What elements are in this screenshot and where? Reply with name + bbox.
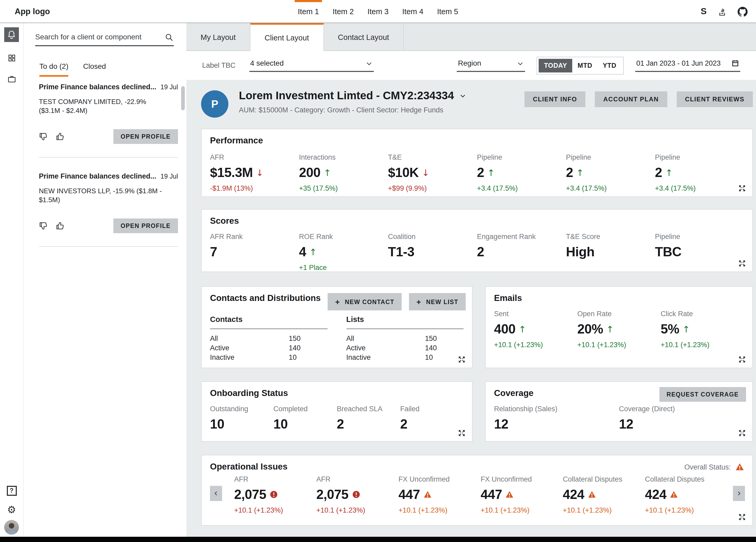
region-dropdown[interactable]: Region xyxy=(457,59,525,72)
range-ytd[interactable]: YTD xyxy=(597,59,622,72)
card-title: Onboarding Status xyxy=(210,388,288,398)
filter-dropdown[interactable]: 4 selected xyxy=(249,59,374,72)
metric-value: 200↑ xyxy=(299,165,388,180)
search-field xyxy=(35,29,174,46)
chevron-down-icon xyxy=(365,60,372,67)
row-label: Active xyxy=(346,344,425,353)
chevron-down-icon[interactable] xyxy=(459,92,466,99)
thumbs-down-icon[interactable] xyxy=(39,221,48,230)
tab-my-layout[interactable]: My Layout xyxy=(186,23,250,51)
carousel-prev-button[interactable] xyxy=(210,486,222,501)
table-row: Inactive10 xyxy=(346,353,464,362)
plus-icon: + xyxy=(335,297,340,306)
nav-item-5[interactable]: Item 5 xyxy=(437,0,458,23)
stackoverflow-icon[interactable] xyxy=(718,7,727,16)
contacts-groups: ContactsAll150Active140Inactive10ListsAl… xyxy=(210,315,464,362)
metric-collateral-disputes: Collateral Disputes424+10.1 (+1.23%) xyxy=(563,475,645,514)
bell-icon[interactable] xyxy=(4,27,19,42)
metric-engagement-rank: Engagement Rank2 xyxy=(477,233,566,272)
expand-icon[interactable] xyxy=(738,259,746,267)
search-input[interactable] xyxy=(35,29,164,45)
tab-contact-layout[interactable]: Contact Layout xyxy=(324,23,404,51)
notifications-panel: To do (2)Closed Prime Finance balances d… xyxy=(24,23,186,537)
metric-label: Collateral Disputes xyxy=(563,475,645,483)
client-info-button[interactable]: CLIENT INFO xyxy=(524,91,585,107)
account-plan-button[interactable]: ACCOUNT PLAN xyxy=(595,91,667,107)
metric-label: Sent xyxy=(494,310,577,318)
metric-delta: +10.1 (+1.23%) xyxy=(481,506,563,514)
s-logo-icon[interactable]: S xyxy=(701,6,707,17)
thumbs-up-icon[interactable] xyxy=(56,132,65,141)
expand-icon[interactable] xyxy=(738,429,746,437)
expand-icon[interactable] xyxy=(738,356,746,364)
carousel-next-button[interactable] xyxy=(733,486,745,501)
nav-item-4[interactable]: Item 4 xyxy=(402,0,423,23)
expand-icon[interactable] xyxy=(458,356,466,364)
metric-value: 2↑ xyxy=(566,165,655,180)
metric-interactions: Interactions200↑+35 (17.5%) xyxy=(299,153,388,192)
metric-value: 20%↑ xyxy=(577,322,660,337)
request-coverage-button[interactable]: REQUEST COVERAGE xyxy=(659,387,746,402)
tab-to-do-2[interactable]: To do (2) xyxy=(39,62,69,77)
scores-metrics: AFR Rank7ROE Rank4↑+1 PlaceCoalitionT1-3… xyxy=(210,233,744,272)
date-range-picker[interactable]: 01 Jan 2023 - 01 Jun 2023 xyxy=(635,59,740,72)
metric-label: AFR xyxy=(316,475,398,483)
coverage-metrics: Relationship (Sales)12Coverage (Direct)1… xyxy=(494,405,744,432)
github-icon[interactable] xyxy=(738,7,748,17)
metric-value: $10K↓ xyxy=(388,165,477,180)
briefcase-icon[interactable] xyxy=(4,71,19,86)
metric-label: Outstanding xyxy=(210,405,274,413)
metric-delta: +10.1 (+1.23%) xyxy=(661,341,744,349)
region-value: Region xyxy=(458,59,481,67)
metric-t-e: T&E$10K↓+$99 (9.9%) xyxy=(388,153,477,192)
expand-icon[interactable] xyxy=(738,184,746,192)
panel-scrollbar[interactable] xyxy=(181,86,185,110)
metric-collateral-disputes: Collateral Disputes424+10.1 (+1.23%) xyxy=(645,475,727,514)
metric-label: AFR Rank xyxy=(210,233,299,240)
metric-outstanding: Outstanding10 xyxy=(210,405,274,432)
metric-coverage-direct: Coverage (Direct)12 xyxy=(619,405,744,432)
arrow-up-icon: ↑ xyxy=(519,324,526,334)
open-profile-button[interactable]: OPEN PROFILE xyxy=(113,129,178,144)
metric-delta: +10.1 (+1.23%) xyxy=(494,341,577,349)
metric-pipeline: Pipeline2↑+3.4 (17.5%) xyxy=(655,153,744,192)
plus-icon: + xyxy=(416,297,421,306)
top-right-icons: S xyxy=(701,0,748,23)
search-icon[interactable] xyxy=(164,33,174,42)
thumbs-down-icon[interactable] xyxy=(39,132,48,141)
client-reviews-button[interactable]: CLIENT REVIEWS xyxy=(677,91,753,107)
metric-failed: Failed2 xyxy=(400,405,464,432)
grid-icon[interactable] xyxy=(4,50,19,65)
metric-value: 447 xyxy=(398,487,481,502)
user-avatar[interactable] xyxy=(4,520,19,535)
range-mtd[interactable]: MTD xyxy=(572,59,597,72)
tab-client-layout[interactable]: Client Layout xyxy=(250,23,324,51)
metric-label: T&E Score xyxy=(566,233,655,240)
metric-label: FX Unconfirmed xyxy=(398,475,481,483)
nav-item-3[interactable]: Item 3 xyxy=(367,0,389,23)
layout-tabs: My LayoutClient LayoutContact Layout xyxy=(186,23,756,51)
metric-label: Coverage (Direct) xyxy=(619,405,744,413)
settings-icon[interactable]: ⚙ xyxy=(4,502,19,517)
metric-value: 4↑ xyxy=(299,244,388,259)
expand-icon[interactable] xyxy=(738,513,746,521)
client-name[interactable]: Lorem Investment Limted - CMY2:234334 xyxy=(239,89,466,102)
metric-delta: +3.4 (17.5%) xyxy=(655,184,744,192)
thumbs-up-icon[interactable] xyxy=(56,221,65,230)
nav-item-1[interactable]: Item 1 xyxy=(298,0,319,23)
open-profile-button[interactable]: OPEN PROFILE xyxy=(113,218,178,233)
performance-metrics: AFR$15.3M↓-$1.9M (13%)Interactions200↑+3… xyxy=(210,153,744,192)
new-list-button[interactable]: + NEW LIST xyxy=(409,293,466,311)
nav-item-2[interactable]: Item 2 xyxy=(333,0,354,23)
expand-icon[interactable] xyxy=(458,429,466,437)
range-today[interactable]: TODAY xyxy=(539,59,572,72)
tab-closed[interactable]: Closed xyxy=(83,62,106,77)
metric-fx-unconfirmed: FX Unconfirmed447+10.1 (+1.23%) xyxy=(481,475,563,514)
notification-list: Prime Finance balances declined...19 Jul… xyxy=(39,83,178,261)
date-range-toggle: TODAYMTDYTD xyxy=(537,56,624,74)
new-contact-button[interactable]: + NEW CONTACT xyxy=(328,293,402,311)
calendar-icon xyxy=(731,59,739,67)
table-row: All150 xyxy=(210,334,327,344)
row-label: Active xyxy=(210,344,289,353)
help-icon[interactable]: ? xyxy=(4,483,19,498)
